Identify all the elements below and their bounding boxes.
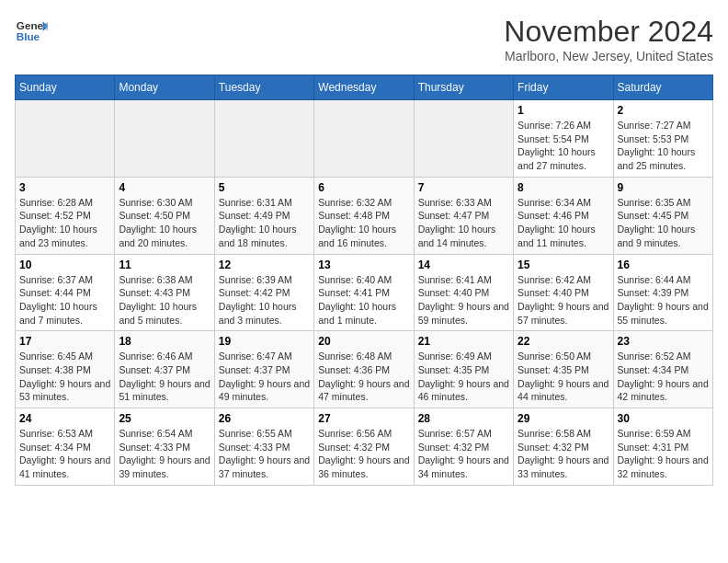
calendar-day-cell: [115, 100, 214, 178]
header: General Blue November 2024 Marlboro, New…: [15, 15, 713, 63]
day-info: Sunrise: 6:40 AMSunset: 4:41 PMDaylight:…: [318, 273, 409, 327]
calendar-day-cell: 28Sunrise: 6:57 AMSunset: 4:32 PMDayligh…: [414, 408, 513, 486]
calendar-day-cell: 15Sunrise: 6:42 AMSunset: 4:40 PMDayligh…: [514, 254, 613, 331]
day-number: 15: [518, 259, 609, 271]
logo-icon: General Blue: [15, 15, 48, 48]
weekday-header-cell: Wednesday: [314, 75, 414, 100]
calendar-day-cell: 7Sunrise: 6:33 AMSunset: 4:47 PMDaylight…: [414, 177, 513, 254]
day-info: Sunrise: 6:58 AMSunset: 4:32 PMDaylight:…: [518, 427, 609, 481]
day-number: 4: [119, 181, 210, 194]
day-info: Sunrise: 6:37 AMSunset: 4:44 PMDaylight:…: [19, 273, 110, 327]
day-number: 29: [518, 412, 609, 425]
calendar-day-cell: 11Sunrise: 6:38 AMSunset: 4:43 PMDayligh…: [115, 254, 214, 331]
location: Marlboro, New Jersey, United States: [504, 49, 713, 63]
calendar-day-cell: 24Sunrise: 6:53 AMSunset: 4:34 PMDayligh…: [16, 408, 115, 486]
calendar-day-cell: 22Sunrise: 6:50 AMSunset: 4:35 PMDayligh…: [514, 331, 613, 408]
calendar-day-cell: 3Sunrise: 6:28 AMSunset: 4:52 PMDaylight…: [16, 177, 115, 254]
day-number: 19: [219, 335, 310, 348]
day-info: Sunrise: 7:27 AMSunset: 5:53 PMDaylight:…: [618, 119, 709, 173]
day-number: 10: [19, 259, 110, 271]
day-number: 27: [318, 412, 409, 425]
weekday-header-cell: Saturday: [613, 75, 712, 100]
day-info: Sunrise: 6:55 AMSunset: 4:33 PMDaylight:…: [219, 427, 310, 481]
calendar-day-cell: 17Sunrise: 6:45 AMSunset: 4:38 PMDayligh…: [16, 331, 115, 408]
calendar-week-row: 10Sunrise: 6:37 AMSunset: 4:44 PMDayligh…: [16, 254, 713, 331]
calendar-day-cell: 6Sunrise: 6:32 AMSunset: 4:48 PMDaylight…: [314, 177, 414, 254]
day-number: 21: [418, 335, 509, 348]
day-info: Sunrise: 6:53 AMSunset: 4:34 PMDaylight:…: [19, 427, 110, 481]
day-info: Sunrise: 6:54 AMSunset: 4:33 PMDaylight:…: [119, 427, 210, 481]
calendar-body: 1Sunrise: 7:26 AMSunset: 5:54 PMDaylight…: [16, 100, 713, 486]
day-number: 2: [618, 104, 709, 117]
day-number: 30: [618, 412, 709, 425]
weekday-header-cell: Thursday: [414, 75, 513, 100]
day-info: Sunrise: 6:57 AMSunset: 4:32 PMDaylight:…: [418, 427, 509, 481]
title-area: November 2024 Marlboro, New Jersey, Unit…: [504, 15, 713, 63]
day-info: Sunrise: 6:39 AMSunset: 4:42 PMDaylight:…: [219, 273, 310, 327]
day-number: 8: [518, 181, 609, 194]
day-info: Sunrise: 6:31 AMSunset: 4:49 PMDaylight:…: [219, 196, 310, 250]
day-info: Sunrise: 6:52 AMSunset: 4:34 PMDaylight:…: [618, 350, 709, 404]
day-number: 17: [19, 335, 110, 348]
calendar-day-cell: 13Sunrise: 6:40 AMSunset: 4:41 PMDayligh…: [314, 254, 414, 331]
day-number: 12: [219, 259, 310, 271]
calendar-day-cell: 4Sunrise: 6:30 AMSunset: 4:50 PMDaylight…: [115, 177, 214, 254]
day-number: 22: [518, 335, 609, 348]
calendar-day-cell: 16Sunrise: 6:44 AMSunset: 4:39 PMDayligh…: [613, 254, 712, 331]
day-number: 20: [318, 335, 409, 348]
day-number: 23: [618, 335, 709, 348]
day-number: 11: [119, 259, 210, 271]
calendar-day-cell: 30Sunrise: 6:59 AMSunset: 4:31 PMDayligh…: [613, 408, 712, 486]
calendar-day-cell: 20Sunrise: 6:48 AMSunset: 4:36 PMDayligh…: [314, 331, 414, 408]
day-number: 18: [119, 335, 210, 348]
day-number: 3: [19, 181, 110, 194]
calendar-day-cell: 25Sunrise: 6:54 AMSunset: 4:33 PMDayligh…: [115, 408, 214, 486]
day-info: Sunrise: 6:56 AMSunset: 4:32 PMDaylight:…: [318, 427, 409, 481]
day-number: 1: [518, 104, 609, 117]
day-info: Sunrise: 6:28 AMSunset: 4:52 PMDaylight:…: [19, 196, 110, 250]
day-number: 24: [19, 412, 110, 425]
calendar-table: SundayMondayTuesdayWednesdayThursdayFrid…: [15, 75, 713, 486]
calendar-day-cell: [314, 100, 414, 178]
calendar-day-cell: 29Sunrise: 6:58 AMSunset: 4:32 PMDayligh…: [514, 408, 613, 486]
day-number: 14: [418, 259, 509, 271]
day-info: Sunrise: 6:30 AMSunset: 4:50 PMDaylight:…: [119, 196, 210, 250]
day-info: Sunrise: 6:46 AMSunset: 4:37 PMDaylight:…: [119, 350, 210, 404]
calendar-day-cell: 26Sunrise: 6:55 AMSunset: 4:33 PMDayligh…: [214, 408, 313, 486]
calendar-day-cell: 1Sunrise: 7:26 AMSunset: 5:54 PMDaylight…: [514, 100, 613, 178]
month-title: November 2024: [504, 15, 713, 49]
weekday-header-cell: Sunday: [16, 75, 115, 100]
day-number: 6: [318, 181, 409, 194]
calendar-day-cell: 23Sunrise: 6:52 AMSunset: 4:34 PMDayligh…: [613, 331, 712, 408]
day-info: Sunrise: 6:33 AMSunset: 4:47 PMDaylight:…: [418, 196, 509, 250]
weekday-header-cell: Monday: [115, 75, 214, 100]
day-info: Sunrise: 6:44 AMSunset: 4:39 PMDaylight:…: [618, 273, 709, 327]
day-number: 7: [418, 181, 509, 194]
day-number: 5: [219, 181, 310, 194]
day-info: Sunrise: 6:49 AMSunset: 4:35 PMDaylight:…: [418, 350, 509, 404]
day-info: Sunrise: 6:38 AMSunset: 4:43 PMDaylight:…: [119, 273, 210, 327]
day-info: Sunrise: 7:26 AMSunset: 5:54 PMDaylight:…: [518, 119, 609, 173]
day-number: 28: [418, 412, 509, 425]
calendar-day-cell: 9Sunrise: 6:35 AMSunset: 4:45 PMDaylight…: [613, 177, 712, 254]
calendar-day-cell: 2Sunrise: 7:27 AMSunset: 5:53 PMDaylight…: [613, 100, 712, 178]
day-info: Sunrise: 6:50 AMSunset: 4:35 PMDaylight:…: [518, 350, 609, 404]
calendar-day-cell: 19Sunrise: 6:47 AMSunset: 4:37 PMDayligh…: [214, 331, 313, 408]
day-number: 9: [618, 181, 709, 194]
calendar-week-row: 17Sunrise: 6:45 AMSunset: 4:38 PMDayligh…: [16, 331, 713, 408]
calendar-day-cell: 14Sunrise: 6:41 AMSunset: 4:40 PMDayligh…: [414, 254, 513, 331]
logo: General Blue: [15, 15, 48, 48]
weekday-header-cell: Friday: [514, 75, 613, 100]
calendar-day-cell: [214, 100, 313, 178]
day-number: 26: [219, 412, 310, 425]
day-info: Sunrise: 6:47 AMSunset: 4:37 PMDaylight:…: [219, 350, 310, 404]
calendar-week-row: 24Sunrise: 6:53 AMSunset: 4:34 PMDayligh…: [16, 408, 713, 486]
calendar-day-cell: 5Sunrise: 6:31 AMSunset: 4:49 PMDaylight…: [214, 177, 313, 254]
day-info: Sunrise: 6:34 AMSunset: 4:46 PMDaylight:…: [518, 196, 609, 250]
calendar-day-cell: [414, 100, 513, 178]
day-info: Sunrise: 6:45 AMSunset: 4:38 PMDaylight:…: [19, 350, 110, 404]
calendar-day-cell: 27Sunrise: 6:56 AMSunset: 4:32 PMDayligh…: [314, 408, 414, 486]
day-info: Sunrise: 6:42 AMSunset: 4:40 PMDaylight:…: [518, 273, 609, 327]
day-info: Sunrise: 6:48 AMSunset: 4:36 PMDaylight:…: [318, 350, 409, 404]
calendar-day-cell: 12Sunrise: 6:39 AMSunset: 4:42 PMDayligh…: [214, 254, 313, 331]
